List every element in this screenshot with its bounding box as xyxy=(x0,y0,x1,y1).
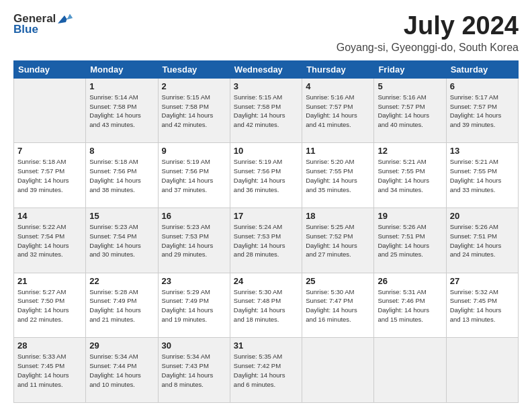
page: General Blue July 2024 Goyang-si, Gyeong… xyxy=(0,0,532,411)
day-number: 15 xyxy=(89,211,154,221)
table-row: 27Sunrise: 5:32 AM Sunset: 7:45 PM Dayli… xyxy=(446,273,518,338)
day-number: 3 xyxy=(234,81,298,91)
day-info: Sunrise: 5:16 AM Sunset: 7:57 PM Dayligh… xyxy=(306,93,370,130)
svg-marker-1 xyxy=(67,14,73,19)
day-info: Sunrise: 5:30 AM Sunset: 7:47 PM Dayligh… xyxy=(306,287,370,324)
table-row: 12Sunrise: 5:21 AM Sunset: 7:55 PM Dayli… xyxy=(374,143,446,208)
day-number: 28 xyxy=(17,340,82,351)
day-info: Sunrise: 5:23 AM Sunset: 7:53 PM Dayligh… xyxy=(162,222,226,259)
day-info: Sunrise: 5:24 AM Sunset: 7:53 PM Dayligh… xyxy=(234,222,298,259)
calendar-week-row: 1Sunrise: 5:14 AM Sunset: 7:58 PM Daylig… xyxy=(14,78,519,143)
day-info: Sunrise: 5:30 AM Sunset: 7:48 PM Dayligh… xyxy=(234,287,298,324)
day-info: Sunrise: 5:22 AM Sunset: 7:54 PM Dayligh… xyxy=(17,222,82,259)
day-number: 24 xyxy=(234,276,298,286)
day-info: Sunrise: 5:35 AM Sunset: 7:42 PM Dayligh… xyxy=(234,352,298,389)
day-number: 9 xyxy=(162,146,226,156)
col-tuesday: Tuesday xyxy=(158,60,230,78)
table-row xyxy=(302,338,374,403)
day-info: Sunrise: 5:19 AM Sunset: 7:56 PM Dayligh… xyxy=(234,157,298,194)
table-row: 29Sunrise: 5:34 AM Sunset: 7:44 PM Dayli… xyxy=(86,338,158,403)
table-row: 23Sunrise: 5:29 AM Sunset: 7:49 PM Dayli… xyxy=(158,273,230,338)
month-title: July 2024 xyxy=(337,12,519,40)
day-number: 10 xyxy=(234,146,298,156)
calendar-week-row: 7Sunrise: 5:18 AM Sunset: 7:57 PM Daylig… xyxy=(14,143,519,208)
day-number: 6 xyxy=(450,81,515,91)
location-title: Goyang-si, Gyeonggi-do, South Korea xyxy=(337,42,519,54)
logo: General Blue xyxy=(13,12,73,36)
table-row: 31Sunrise: 5:35 AM Sunset: 7:42 PM Dayli… xyxy=(230,338,302,403)
table-row: 8Sunrise: 5:18 AM Sunset: 7:56 PM Daylig… xyxy=(86,143,158,208)
day-number: 4 xyxy=(306,81,370,91)
logo-blue-text: Blue xyxy=(13,23,38,36)
logo-bird-icon xyxy=(58,13,73,24)
table-row: 5Sunrise: 5:16 AM Sunset: 7:57 PM Daylig… xyxy=(374,78,446,143)
day-number: 25 xyxy=(306,276,370,286)
day-number: 29 xyxy=(89,340,154,351)
table-row: 15Sunrise: 5:23 AM Sunset: 7:54 PM Dayli… xyxy=(86,208,158,273)
day-number: 26 xyxy=(378,276,442,286)
day-info: Sunrise: 5:32 AM Sunset: 7:45 PM Dayligh… xyxy=(450,287,515,324)
table-row: 26Sunrise: 5:31 AM Sunset: 7:46 PM Dayli… xyxy=(374,273,446,338)
day-number: 30 xyxy=(162,340,226,351)
table-row: 10Sunrise: 5:19 AM Sunset: 7:56 PM Dayli… xyxy=(230,143,302,208)
day-number: 2 xyxy=(162,81,226,91)
table-row xyxy=(446,338,518,403)
table-row: 25Sunrise: 5:30 AM Sunset: 7:47 PM Dayli… xyxy=(302,273,374,338)
calendar-header-row: Sunday Monday Tuesday Wednesday Thursday… xyxy=(14,60,519,78)
day-number: 1 xyxy=(89,81,154,91)
col-monday: Monday xyxy=(86,60,158,78)
day-info: Sunrise: 5:29 AM Sunset: 7:49 PM Dayligh… xyxy=(162,287,226,324)
day-number: 17 xyxy=(234,211,298,221)
table-row: 16Sunrise: 5:23 AM Sunset: 7:53 PM Dayli… xyxy=(158,208,230,273)
table-row: 3Sunrise: 5:15 AM Sunset: 7:58 PM Daylig… xyxy=(230,78,302,143)
col-wednesday: Wednesday xyxy=(230,60,302,78)
day-number: 16 xyxy=(162,211,226,221)
table-row: 17Sunrise: 5:24 AM Sunset: 7:53 PM Dayli… xyxy=(230,208,302,273)
calendar-table: Sunday Monday Tuesday Wednesday Thursday… xyxy=(13,60,519,403)
day-info: Sunrise: 5:34 AM Sunset: 7:44 PM Dayligh… xyxy=(89,352,154,389)
day-info: Sunrise: 5:34 AM Sunset: 7:43 PM Dayligh… xyxy=(162,352,226,389)
day-info: Sunrise: 5:14 AM Sunset: 7:58 PM Dayligh… xyxy=(89,93,154,130)
day-info: Sunrise: 5:33 AM Sunset: 7:45 PM Dayligh… xyxy=(17,352,82,389)
day-info: Sunrise: 5:18 AM Sunset: 7:56 PM Dayligh… xyxy=(89,157,154,194)
day-number: 27 xyxy=(450,276,515,286)
table-row: 11Sunrise: 5:20 AM Sunset: 7:55 PM Dayli… xyxy=(302,143,374,208)
calendar-week-row: 21Sunrise: 5:27 AM Sunset: 7:50 PM Dayli… xyxy=(14,273,519,338)
table-row: 9Sunrise: 5:19 AM Sunset: 7:56 PM Daylig… xyxy=(158,143,230,208)
table-row: 20Sunrise: 5:26 AM Sunset: 7:51 PM Dayli… xyxy=(446,208,518,273)
day-number: 31 xyxy=(234,340,298,351)
table-row: 1Sunrise: 5:14 AM Sunset: 7:58 PM Daylig… xyxy=(86,78,158,143)
table-row: 13Sunrise: 5:21 AM Sunset: 7:55 PM Dayli… xyxy=(446,143,518,208)
table-row: 21Sunrise: 5:27 AM Sunset: 7:50 PM Dayli… xyxy=(14,273,86,338)
col-sunday: Sunday xyxy=(14,60,86,78)
table-row xyxy=(14,78,86,143)
day-info: Sunrise: 5:20 AM Sunset: 7:55 PM Dayligh… xyxy=(306,157,370,194)
day-number: 20 xyxy=(450,211,515,221)
calendar-week-row: 28Sunrise: 5:33 AM Sunset: 7:45 PM Dayli… xyxy=(14,338,519,403)
col-friday: Friday xyxy=(374,60,446,78)
table-row: 2Sunrise: 5:15 AM Sunset: 7:58 PM Daylig… xyxy=(158,78,230,143)
day-number: 8 xyxy=(89,146,154,156)
table-row: 19Sunrise: 5:26 AM Sunset: 7:51 PM Dayli… xyxy=(374,208,446,273)
day-number: 22 xyxy=(89,276,154,286)
day-info: Sunrise: 5:25 AM Sunset: 7:52 PM Dayligh… xyxy=(306,222,370,259)
day-info: Sunrise: 5:28 AM Sunset: 7:49 PM Dayligh… xyxy=(89,287,154,324)
day-number: 11 xyxy=(306,146,370,156)
day-info: Sunrise: 5:16 AM Sunset: 7:57 PM Dayligh… xyxy=(378,93,442,130)
day-info: Sunrise: 5:21 AM Sunset: 7:55 PM Dayligh… xyxy=(378,157,442,194)
day-number: 7 xyxy=(17,146,82,156)
day-info: Sunrise: 5:26 AM Sunset: 7:51 PM Dayligh… xyxy=(450,222,515,259)
day-info: Sunrise: 5:15 AM Sunset: 7:58 PM Dayligh… xyxy=(162,93,226,130)
day-number: 23 xyxy=(162,276,226,286)
day-info: Sunrise: 5:26 AM Sunset: 7:51 PM Dayligh… xyxy=(378,222,442,259)
title-block: July 2024 Goyang-si, Gyeonggi-do, South … xyxy=(337,12,519,54)
table-row xyxy=(374,338,446,403)
day-info: Sunrise: 5:27 AM Sunset: 7:50 PM Dayligh… xyxy=(17,287,82,324)
table-row: 24Sunrise: 5:30 AM Sunset: 7:48 PM Dayli… xyxy=(230,273,302,338)
day-info: Sunrise: 5:15 AM Sunset: 7:58 PM Dayligh… xyxy=(234,93,298,130)
day-number: 5 xyxy=(378,81,442,91)
calendar-week-row: 14Sunrise: 5:22 AM Sunset: 7:54 PM Dayli… xyxy=(14,208,519,273)
day-info: Sunrise: 5:21 AM Sunset: 7:55 PM Dayligh… xyxy=(450,157,515,194)
table-row: 28Sunrise: 5:33 AM Sunset: 7:45 PM Dayli… xyxy=(14,338,86,403)
day-info: Sunrise: 5:31 AM Sunset: 7:46 PM Dayligh… xyxy=(378,287,442,324)
